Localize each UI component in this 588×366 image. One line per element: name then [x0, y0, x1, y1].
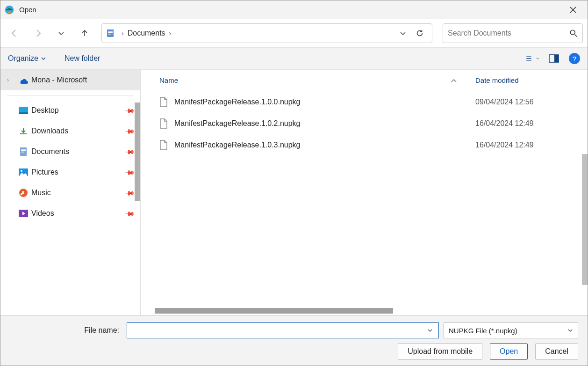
- breadcrumb-separator-icon: ›: [122, 29, 124, 37]
- open-button[interactable]: Open: [490, 343, 528, 360]
- svg-rect-1: [107, 29, 114, 37]
- upload-from-mobile-button[interactable]: Upload from mobile: [398, 343, 482, 360]
- main-area: › Mona - Microsoft Desktop 📌 Downloads 📌: [0, 70, 588, 315]
- search-icon[interactable]: [569, 29, 578, 37]
- pictures-icon: [18, 167, 29, 177]
- sidebar-item-music[interactable]: Music 📌: [0, 183, 140, 203]
- filename-combobox[interactable]: [127, 322, 439, 338]
- svg-rect-12: [21, 150, 26, 151]
- address-history-dropdown[interactable]: [394, 25, 411, 42]
- edge-app-icon: [4, 5, 14, 15]
- filename-input[interactable]: [130, 327, 424, 335]
- chevron-down-icon: [536, 56, 539, 61]
- file-icon: [159, 140, 170, 150]
- sidebar-scrollbar-thumb[interactable]: [135, 102, 140, 201]
- view-options-button[interactable]: [526, 52, 539, 65]
- file-name: ManifestPackageRelease.1.0.0.nupkg: [174, 98, 475, 106]
- file-row[interactable]: ManifestPackageRelease.1.0.2.nupkg16/04/…: [141, 113, 588, 134]
- svg-rect-4: [108, 34, 111, 35]
- svg-rect-8: [19, 107, 28, 113]
- pin-icon: 📌: [124, 146, 135, 157]
- preview-pane-button[interactable]: [547, 52, 560, 65]
- document-location-icon: [106, 29, 115, 38]
- svg-rect-9: [19, 112, 28, 114]
- file-list-hscrollbar[interactable]: [141, 306, 588, 315]
- hscroll-thumb[interactable]: [155, 308, 393, 314]
- svg-point-15: [21, 170, 22, 172]
- window-title: Open: [19, 6, 562, 14]
- sidebar-item-label: Desktop: [31, 106, 59, 115]
- music-icon: [18, 188, 29, 198]
- back-button[interactable]: [5, 24, 24, 43]
- breadcrumb-separator-icon: ›: [169, 29, 172, 37]
- organize-label: Organize: [8, 54, 38, 63]
- recent-locations-button[interactable]: [52, 24, 71, 43]
- cancel-button[interactable]: Cancel: [535, 343, 578, 360]
- file-name: ManifestPackageRelease.1.0.3.nupkg: [174, 141, 475, 149]
- dialog-footer: File name: NUPKG File (*.nupkg) Upload f…: [0, 315, 588, 366]
- sidebar-root-label: Mona - Microsoft: [31, 76, 87, 84]
- title-bar: Open: [0, 0, 588, 19]
- document-icon: [18, 146, 29, 157]
- column-date-label: Date modified: [475, 76, 519, 84]
- file-row[interactable]: ManifestPackageRelease.1.0.3.nupkg16/04/…: [141, 134, 588, 156]
- column-header-date[interactable]: Date modified: [475, 76, 588, 84]
- forward-button[interactable]: [29, 24, 47, 43]
- column-name-label: Name: [159, 76, 178, 84]
- svg-point-5: [570, 30, 575, 35]
- svg-rect-3: [108, 32, 113, 33]
- sidebar-item-downloads[interactable]: Downloads 📌: [0, 121, 140, 141]
- desktop-icon: [18, 105, 29, 116]
- filename-label: File name:: [10, 326, 122, 335]
- videos-icon: [18, 208, 29, 219]
- search-box[interactable]: [443, 23, 583, 43]
- file-type-filter[interactable]: NUPKG File (*.nupkg): [444, 322, 578, 338]
- sidebar-item-pictures[interactable]: Pictures 📌: [0, 162, 140, 183]
- sidebar-item-documents[interactable]: Documents 📌: [0, 141, 140, 162]
- sidebar-separator: [7, 95, 134, 95]
- column-header-name[interactable]: Name: [159, 76, 475, 84]
- download-icon: [18, 126, 29, 136]
- sidebar-item-videos[interactable]: Videos 📌: [0, 203, 140, 224]
- sort-ascending-icon: [451, 79, 457, 82]
- organize-menu[interactable]: Organize: [8, 54, 46, 63]
- breadcrumb-documents[interactable]: Documents: [128, 29, 165, 37]
- file-row[interactable]: ManifestPackageRelease.1.0.0.nupkg09/04/…: [141, 91, 588, 113]
- sidebar-item-label: Downloads: [31, 127, 68, 135]
- sidebar-item-label: Documents: [31, 147, 69, 156]
- file-list-header: Name Date modified: [141, 70, 588, 91]
- open-dialog-window: Open › Documents ›: [0, 0, 588, 366]
- sidebar-item-label: Pictures: [31, 168, 58, 176]
- file-icon: [159, 118, 170, 129]
- address-bar[interactable]: › Documents ›: [101, 23, 432, 43]
- chevron-right-icon: ›: [7, 77, 15, 83]
- close-button[interactable]: [562, 0, 584, 19]
- svg-rect-11: [21, 149, 26, 150]
- svg-rect-2: [108, 31, 113, 32]
- chevron-down-icon: [41, 56, 46, 61]
- sidebar-item-label: Music: [31, 189, 51, 197]
- help-button[interactable]: ?: [569, 53, 580, 64]
- filename-dropdown-icon[interactable]: [424, 328, 436, 333]
- pin-icon: 📌: [124, 187, 135, 198]
- file-date: 09/04/2024 12:56: [475, 98, 588, 106]
- up-button[interactable]: [75, 24, 94, 43]
- open-label: Open: [500, 347, 518, 356]
- pin-icon: 📌: [124, 125, 135, 136]
- sidebar-item-desktop[interactable]: Desktop 📌: [0, 100, 140, 121]
- sidebar-root-onedrive[interactable]: › Mona - Microsoft: [0, 70, 140, 90]
- new-folder-button[interactable]: New folder: [65, 54, 100, 63]
- file-date: 16/04/2024 12:49: [475, 119, 588, 128]
- file-rows-container: ManifestPackageRelease.1.0.0.nupkg09/04/…: [141, 91, 588, 156]
- file-date: 16/04/2024 12:49: [475, 141, 588, 149]
- nav-bar: › Documents ›: [0, 19, 588, 47]
- refresh-button[interactable]: [411, 25, 428, 42]
- file-list-vscrollbar-thumb[interactable]: [582, 154, 588, 285]
- sidebar-item-label: Videos: [31, 209, 54, 218]
- command-toolbar: Organize New folder ?: [0, 47, 588, 70]
- chevron-down-icon: [567, 328, 573, 333]
- file-type-filter-label: NUPKG File (*.nupkg): [449, 327, 517, 335]
- search-input[interactable]: [448, 29, 569, 37]
- cancel-label: Cancel: [545, 347, 568, 356]
- new-folder-label: New folder: [65, 54, 100, 63]
